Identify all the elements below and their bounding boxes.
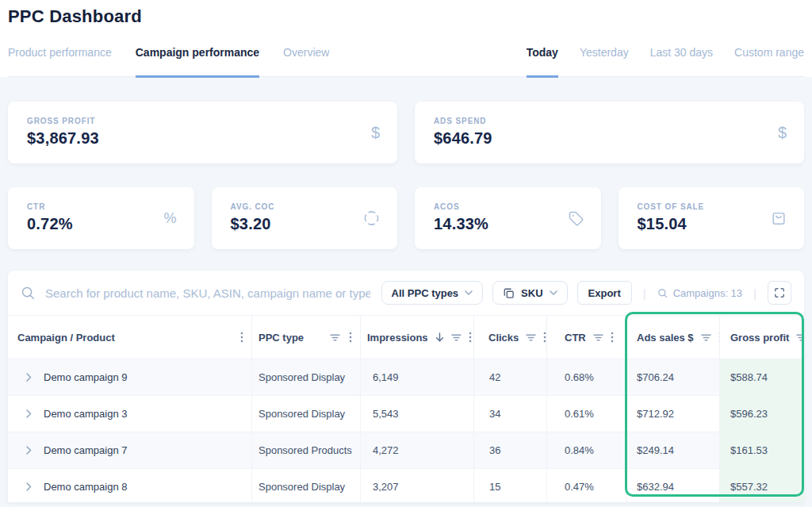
ppc-type-cell: Sponsored Display (252, 359, 361, 395)
table-row[interactable]: Demo campaign 3 Sponsored Display 5,543 … (8, 395, 804, 432)
ctr-cell: 0.84% (547, 432, 626, 468)
tab-overview[interactable]: Overview (283, 46, 329, 76)
kpi-card-acos: ACOS 14.33% (415, 187, 601, 249)
kpi-label: AVG. COC (231, 202, 379, 211)
sku-dropdown[interactable]: SKU (492, 281, 567, 305)
table-body: Demo campaign 9 Sponsored Display 6,149 … (8, 359, 804, 502)
chevron-down-icon (465, 290, 473, 295)
column-header-ads-sales[interactable]: Ads sales $ (626, 316, 720, 359)
kebab-menu-icon[interactable] (543, 332, 546, 343)
kpi-label: CTR (27, 202, 175, 211)
tag-icon (568, 210, 584, 226)
column-header-clicks[interactable]: Clicks (474, 316, 547, 359)
campaigns-table-card: All PPC types SKU Export | C (8, 271, 804, 502)
chevron-right-icon[interactable] (26, 446, 32, 455)
tab-custom-range[interactable]: Custom range (734, 46, 804, 76)
kpi-value: 14.33% (434, 215, 582, 233)
filter-icon[interactable] (451, 334, 462, 341)
date-range-tabs: Today Yesterday Last 30 days Custom rang… (527, 46, 804, 76)
clicks-cell: 42 (474, 359, 547, 395)
filter-icon[interactable] (593, 334, 603, 341)
tab-yesterday[interactable]: Yesterday (580, 46, 629, 76)
bag-icon (771, 210, 787, 226)
ppc-types-dropdown[interactable]: All PPC types (381, 281, 484, 305)
column-header-ppc-type[interactable]: PPC type (252, 316, 361, 359)
kpi-value: $15.04 (638, 215, 786, 233)
tab-product-performance[interactable]: Product performance (8, 46, 112, 76)
impressions-cell: 6,149 (361, 359, 474, 395)
ctr-cell: 0.47% (547, 469, 626, 502)
campaign-cell: Demo campaign 7 (8, 432, 252, 468)
column-label: Clicks (488, 332, 519, 344)
campaign-cell: Demo campaign 8 (8, 469, 252, 502)
filter-icon[interactable] (701, 334, 711, 341)
campaign-name: Demo campaign 8 (44, 481, 128, 493)
column-label: Campaign / Product (17, 332, 115, 344)
filter-icon[interactable] (330, 334, 340, 341)
ctr-cell: 0.68% (547, 359, 626, 395)
kpi-label: COST OF SALE (638, 202, 786, 211)
campaign-cell: Demo campaign 3 (8, 396, 252, 432)
table-row[interactable]: Demo campaign 7 Sponsored Products 4,272… (8, 432, 804, 468)
kpi-row-large: GROSS PROFIT $3,867.93 $ ADS SPEND $646.… (8, 102, 804, 163)
kebab-menu-icon[interactable] (349, 332, 352, 343)
table-toolbar: All PPC types SKU Export | C (8, 271, 804, 315)
tab-campaign-performance[interactable]: Campaign performance (136, 46, 259, 78)
clicks-cell: 36 (474, 432, 547, 468)
ads-sales-cell: $632.94 (626, 469, 720, 502)
filter-icon[interactable] (526, 334, 536, 341)
column-header-impressions[interactable]: Impressions (361, 316, 474, 359)
fullscreen-button[interactable] (768, 281, 791, 305)
campaign-cell: Demo campaign 9 (8, 359, 252, 395)
sort-desc-icon[interactable] (435, 332, 444, 342)
chevron-right-icon[interactable] (26, 373, 32, 382)
tab-bar: Product performance Campaign performance… (8, 46, 804, 77)
filter-icon[interactable] (796, 334, 804, 341)
kebab-menu-icon[interactable] (240, 332, 243, 343)
column-header-ctr[interactable]: CTR (547, 316, 626, 359)
ads-sales-cell: $249.14 (626, 432, 720, 468)
export-button[interactable]: Export (577, 281, 632, 305)
campaign-name: Demo campaign 3 (44, 408, 128, 420)
ppc-types-dropdown-label: All PPC types (392, 287, 459, 299)
copy-icon (503, 287, 515, 299)
percent-icon: % (163, 211, 176, 225)
kebab-menu-icon[interactable] (611, 332, 614, 343)
toolbar-separator: | (752, 286, 758, 300)
kpi-value: 0.72% (27, 215, 175, 233)
campaigns-count-label: Campaigns: 13 (673, 287, 742, 299)
sku-dropdown-label: SKU (521, 287, 542, 299)
table-row[interactable]: Demo campaign 8 Sponsored Display 3,207 … (8, 468, 804, 502)
column-header-gross-profit[interactable]: Gross profit (720, 316, 804, 359)
search-input[interactable] (44, 286, 372, 301)
kpi-value: $646.79 (434, 129, 785, 148)
view-tabs: Product performance Campaign performance… (8, 46, 329, 76)
column-label: CTR (565, 332, 586, 344)
gross-profit-cell: $557.32 (720, 469, 804, 502)
search-icon (657, 288, 668, 298)
kpi-card-avg-coc: AVG. COC $3.20 (212, 187, 398, 249)
chevron-right-icon[interactable] (26, 409, 32, 418)
column-header-campaign-product[interactable]: Campaign / Product (8, 316, 252, 359)
kpi-row-small: CTR 0.72% % AVG. COC $3.20 ACOS 14.33% C… (8, 187, 804, 249)
tab-last-30-days[interactable]: Last 30 days (650, 46, 713, 76)
gross-profit-cell: $161.53 (720, 432, 804, 468)
kpi-card-ads-spend: ADS SPEND $646.79 $ (415, 102, 804, 163)
dollar-icon: $ (778, 125, 787, 140)
column-label: PPC type (259, 332, 304, 344)
fullscreen-icon (774, 287, 785, 298)
search-icon (21, 286, 35, 300)
campaigns-count[interactable]: Campaigns: 13 (657, 287, 742, 299)
ppc-type-cell: Sponsored Products (252, 432, 361, 468)
tab-today[interactable]: Today (527, 46, 558, 78)
impressions-cell: 5,543 (361, 396, 474, 432)
chevron-right-icon[interactable] (26, 482, 32, 491)
kebab-menu-icon[interactable] (469, 332, 472, 343)
kpi-card-gross-profit: GROSS PROFIT $3,867.93 $ (8, 102, 397, 163)
dashboard-content: GROSS PROFIT $3,867.93 $ ADS SPEND $646.… (0, 102, 812, 502)
kpi-value: $3.20 (231, 215, 379, 233)
table-row[interactable]: Demo campaign 9 Sponsored Display 6,149 … (8, 359, 804, 395)
column-label: Impressions (367, 332, 428, 344)
ppc-type-cell: Sponsored Display (252, 396, 361, 432)
search-bar (21, 286, 372, 301)
